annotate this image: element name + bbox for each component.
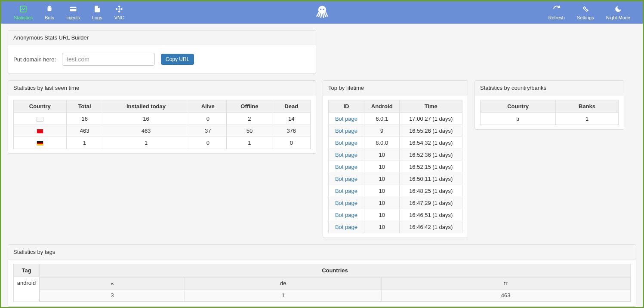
table-row: Bot page 9 16:55:26 (1 days) xyxy=(329,125,462,137)
cell-android: 6.0.1 xyxy=(364,113,400,125)
cell-time: 16:46:42 (1 days) xyxy=(400,221,462,233)
navbar: Statistics Bots Injects Logs VNC Re xyxy=(1,1,643,24)
nav-nightmode[interactable]: Night Mode xyxy=(600,3,636,23)
country-value: 1 xyxy=(185,290,381,302)
logo xyxy=(313,3,331,22)
country-header: de xyxy=(185,278,381,290)
bot-page-link[interactable]: Bot page xyxy=(335,128,357,134)
cell-time: 16:54:32 (1 days) xyxy=(400,137,462,149)
nav-logs[interactable]: Logs xyxy=(86,3,108,23)
cell-android: 10 xyxy=(364,185,400,197)
moon-icon xyxy=(614,5,622,14)
col-tag: Tag xyxy=(14,264,40,277)
cell-id: Bot page xyxy=(329,209,364,221)
table-row: Bot page 10 16:52:15 (1 days) xyxy=(329,161,462,173)
cell-android: 10 xyxy=(364,161,400,173)
bot-page-link[interactable]: Bot page xyxy=(335,164,357,170)
lifetime-panel: Top by lifetime ID Android Time Bot page… xyxy=(323,80,468,238)
nav-refresh[interactable]: Refresh xyxy=(542,3,571,23)
svg-rect-4 xyxy=(70,8,76,9)
bot-page-link[interactable]: Bot page xyxy=(335,188,357,194)
bot-page-link[interactable]: Bot page xyxy=(335,212,357,218)
cell-time: 16:50:11 (1 days) xyxy=(400,173,462,185)
table-row: Bot page 10 16:52:36 (1 days) xyxy=(329,149,462,161)
cell-alive: 0 xyxy=(189,113,227,125)
nav-label: Refresh xyxy=(548,15,565,20)
nav-left: Statistics Bots Injects Logs VNC xyxy=(8,3,130,23)
bot-page-link[interactable]: Bot page xyxy=(335,152,357,158)
banks-panel: Statistics by country/banks Country Bank… xyxy=(475,80,624,130)
svg-point-1 xyxy=(48,6,49,7)
cell-id: Bot page xyxy=(329,137,364,149)
cell-time: 16:47:29 (1 days) xyxy=(400,197,462,209)
bot-page-link[interactable]: Bot page xyxy=(335,116,357,122)
col-country: Country xyxy=(481,100,556,113)
stats-time-table: Country Total Installed today Alive Offl… xyxy=(13,100,311,149)
table-row: Bot page 10 16:47:29 (1 days) xyxy=(329,197,462,209)
cell-banks: 1 xyxy=(556,113,619,125)
android-icon xyxy=(46,5,53,14)
cell-android: 10 xyxy=(364,149,400,161)
table-row: Bot page 10 16:48:25 (1 days) xyxy=(329,185,462,197)
nav-label: Night Mode xyxy=(606,15,630,20)
panel-title: Statistics by last seen time xyxy=(8,81,316,95)
bot-page-link[interactable]: Bot page xyxy=(335,224,357,230)
svg-point-9 xyxy=(586,9,588,11)
cell-time: 16:52:36 (1 days) xyxy=(400,149,462,161)
nav-settings[interactable]: Settings xyxy=(571,3,600,23)
table-row: tr 1 xyxy=(481,113,619,125)
col-country: Country xyxy=(14,100,67,113)
cell-country: tr xyxy=(481,113,556,125)
cell-android: 10 xyxy=(364,221,400,233)
cell-dead: 0 xyxy=(272,137,311,149)
cell-total: 16 xyxy=(66,113,103,125)
url-builder-body: Put domain here: Copy URL xyxy=(8,45,316,73)
bot-page-link[interactable]: Bot page xyxy=(335,176,357,182)
domain-label: Put domain here: xyxy=(13,56,56,63)
bot-page-link[interactable]: Bot page xyxy=(335,200,357,206)
cell-offline: 50 xyxy=(227,125,272,137)
nav-label: Settings xyxy=(577,15,594,20)
nav-statistics[interactable]: Statistics xyxy=(8,3,39,23)
cell-android: 10 xyxy=(364,173,400,185)
copy-url-button[interactable]: Copy URL xyxy=(161,54,194,65)
svg-point-2 xyxy=(50,6,51,7)
nav-bots[interactable]: Bots xyxy=(39,3,60,23)
cell-alive: 0 xyxy=(189,137,227,149)
nav-label: Logs xyxy=(92,15,102,20)
country-value: 3 xyxy=(40,290,185,302)
flag-icon xyxy=(37,141,43,146)
panel-title: Statistics by tags xyxy=(8,245,636,259)
panel-title: Top by lifetime xyxy=(323,81,468,95)
nav-injects[interactable]: Injects xyxy=(60,3,86,23)
cell-offline: 1 xyxy=(227,137,272,149)
nav-label: Statistics xyxy=(14,15,33,20)
table-row: Bot page 8.0.0 16:54:32 (1 days) xyxy=(329,137,462,149)
cell-installed: 463 xyxy=(103,125,189,137)
col-banks: Banks xyxy=(556,100,619,113)
table-row: « de tr xyxy=(40,278,630,290)
card-icon xyxy=(69,5,77,14)
cell-id: Bot page xyxy=(329,221,364,233)
domain-input[interactable] xyxy=(62,53,155,66)
nav-vnc[interactable]: VNC xyxy=(108,3,130,23)
col-dead: Dead xyxy=(272,100,311,113)
table-row: android « de tr 3 1 xyxy=(14,277,631,302)
table-row: 3 1 463 xyxy=(40,290,630,302)
col-alive: Alive xyxy=(189,100,227,113)
countries-nested-table: « de tr 3 1 463 xyxy=(40,277,630,302)
table-row: 16 16 0 2 14 xyxy=(14,113,311,125)
table-row: 463 463 37 50 376 xyxy=(14,125,311,137)
country-header: tr xyxy=(382,278,630,290)
cell-country xyxy=(14,113,67,125)
cell-country xyxy=(14,137,67,149)
table-row: Bot page 10 16:50:11 (1 days) xyxy=(329,173,462,185)
cell-time: 16:55:26 (1 days) xyxy=(400,125,462,137)
nav-label: VNC xyxy=(114,15,124,20)
tag-name: android xyxy=(14,277,40,302)
col-offline: Offline xyxy=(227,100,272,113)
stats-row: Statistics by last seen time Country Tot… xyxy=(8,80,636,238)
nav-right: Refresh Settings Night Mode xyxy=(542,3,636,23)
country-value: 463 xyxy=(382,290,630,302)
bot-page-link[interactable]: Bot page xyxy=(335,140,357,146)
